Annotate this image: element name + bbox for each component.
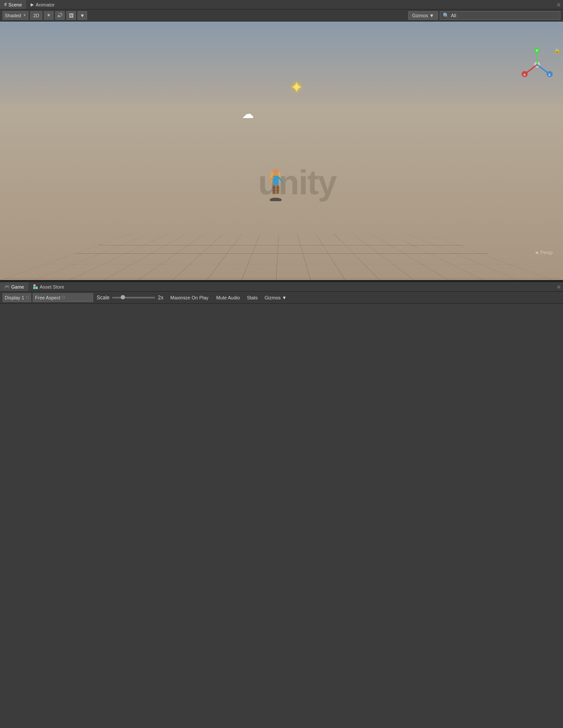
scale-slider[interactable] (112, 297, 155, 299)
scale-control: Scale 2x (97, 295, 163, 301)
game-panel-options-icon[interactable]: ≡ (554, 283, 563, 290)
svg-text:Z: Z (548, 73, 550, 77)
animator-icon: ▶ (31, 2, 34, 7)
scene-tab-label: Scene (9, 2, 22, 7)
aspect-dropdown[interactable]: Free Aspect ⬡ (33, 293, 93, 302)
scene-extra-button[interactable]: ▼ (78, 11, 87, 20)
scene-viewport[interactable]: unity ✦ ☁ (0, 22, 563, 280)
tab-asset-store[interactable]: 🏪 Asset Store (28, 282, 69, 291)
maximize-on-play-button[interactable]: Maximize On Play (167, 294, 212, 301)
svg-rect-1 (273, 176, 278, 185)
sun-icon: ✦ (290, 78, 303, 96)
search-bar[interactable]: 🔍 (440, 11, 560, 20)
tab-game[interactable]: 🎮 Game (0, 282, 28, 291)
game-icon: 🎮 (4, 284, 9, 289)
scene-tab-bar: # Scene ▶ Animator ≡ (0, 0, 563, 9)
scene-sky (0, 22, 563, 112)
animator-tab-label: Animator (36, 2, 55, 7)
svg-rect-4 (272, 185, 275, 194)
game-toolbar: Display 1 ⬡ Free Aspect ⬡ Scale 2x Maxim… (0, 292, 563, 304)
scale-value: 2x (158, 295, 163, 301)
display-label: Display 1 (5, 295, 24, 300)
svg-text:Y: Y (536, 49, 538, 53)
effects-button[interactable]: 🖼 (66, 11, 76, 20)
asset-store-icon: 🏪 (33, 284, 38, 289)
shading-dropdown[interactable]: Shaded ▼ (3, 11, 28, 20)
gizmos-game-arrow: ▼ (282, 295, 287, 300)
effects-icon: 🖼 (69, 13, 74, 18)
scene-panel: # Scene ▶ Animator ≡ Shaded ▼ 2D ☀ 🔊 🖼 ▼ (0, 0, 563, 280)
sun-toolbar-icon: ☀ (47, 12, 51, 18)
tab-scene[interactable]: # Scene (0, 0, 26, 9)
asset-store-tab-label: Asset Store (40, 284, 64, 289)
tab-animator[interactable]: ▶ Animator (26, 0, 59, 9)
svg-point-0 (272, 169, 278, 176)
aspect-dropdown-arrow: ⬡ (62, 296, 65, 299)
svg-line-17 (537, 65, 548, 73)
svg-point-10 (269, 198, 282, 201)
search-icon: 🔍 (443, 12, 449, 19)
mute-audio-button[interactable]: Mute Audio (214, 294, 243, 301)
gizmos-game-label: Gizmos (265, 295, 281, 300)
search-input[interactable] (451, 13, 557, 18)
svg-line-14 (526, 65, 537, 73)
extra-icon: ▼ (80, 13, 85, 18)
audio-button[interactable]: 🔊 (55, 11, 65, 20)
shading-label: Shaded (5, 13, 21, 18)
audio-icon: 🔊 (57, 12, 63, 18)
game-tab-label: Game (11, 284, 24, 289)
game-panel: 🎮 Game 🏪 Asset Store ≡ Display 1 ⬡ Free … (0, 282, 563, 304)
twod-button[interactable]: 2D (30, 11, 42, 20)
svg-text:X: X (523, 73, 526, 77)
scene-grid (0, 233, 563, 280)
scene-panel-options-icon[interactable]: ≡ (554, 1, 563, 8)
svg-rect-5 (276, 185, 279, 194)
gizmos-label: Gizmos ▼ (412, 13, 434, 18)
scene-hash-icon: # (4, 2, 7, 7)
shading-dropdown-arrow: ▼ (23, 13, 26, 17)
scale-label: Scale (97, 295, 109, 301)
scene-toolbar: Shaded ▼ 2D ☀ 🔊 🖼 ▼ Gizmos ▼ 🔍 (0, 9, 563, 22)
scale-slider-thumb (121, 295, 125, 299)
persp-label: ◄ Persp (534, 250, 553, 255)
scene-character (268, 169, 283, 202)
aspect-label: Free Aspect (35, 295, 60, 300)
gizmos-button[interactable]: Gizmos ▼ (408, 11, 438, 20)
gizmo-widget[interactable]: Y X Z (520, 47, 554, 82)
game-tab-bar: 🎮 Game 🏪 Asset Store ≡ (0, 282, 563, 292)
gizmos-game-button[interactable]: Gizmos ▼ (262, 294, 289, 301)
scene-char-svg (268, 169, 283, 201)
cloud-icon: ☁ (242, 107, 254, 121)
lighting-button[interactable]: ☀ (44, 11, 53, 20)
gizmo-svg: Y X Z (520, 47, 554, 82)
display-dropdown-arrow: ⬡ (26, 296, 29, 299)
display-dropdown[interactable]: Display 1 ⬡ (3, 293, 31, 302)
stats-button[interactable]: Stats (244, 294, 260, 301)
lock-icon[interactable]: 🔒 (554, 47, 560, 53)
